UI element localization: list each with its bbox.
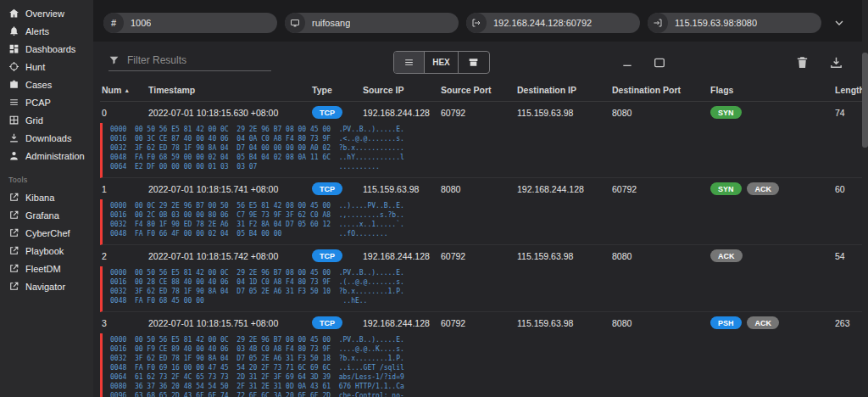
sidebar-tool-label: Playbook xyxy=(25,246,64,256)
open-in-new-icon xyxy=(8,263,19,274)
chip-source-endpoint-value: 192.168.244.128:60792 xyxy=(493,18,592,28)
packet-flags-cell: SYN ACK xyxy=(710,182,835,195)
query-chips-row: # 1006 ruifosang 192.168.244.128:60792 1… xyxy=(93,0,868,42)
packet-destination-ip: 115.159.63.98 xyxy=(517,251,612,261)
sidebar-tool-grafana[interactable]: Grafana xyxy=(0,206,93,224)
flag-badge: ACK xyxy=(710,249,743,262)
download-icon xyxy=(8,132,19,143)
col-flags[interactable]: Flags xyxy=(710,85,835,95)
packet-timestamp: 2022-07-01 10:18:15.742 +08:00 xyxy=(148,251,312,261)
briefcase-icon xyxy=(8,79,19,90)
packet-source-ip: 192.168.244.128 xyxy=(363,108,441,118)
archive-box-icon xyxy=(468,57,479,68)
col-destination-port[interactable]: Destination Port xyxy=(612,85,710,95)
sidebar-item-label: Grid xyxy=(25,115,43,126)
sidebar-tool-cyberchef[interactable]: CyberChef xyxy=(0,224,93,242)
packet-num: 1 xyxy=(102,184,148,194)
sidebar-item-overview[interactable]: Overview xyxy=(0,4,93,22)
list-view-button[interactable] xyxy=(394,52,425,73)
flag-badge: ACK xyxy=(747,316,779,329)
sidebar-tool-label: Kibana xyxy=(25,193,54,203)
packet-num: 2 xyxy=(102,251,148,261)
packet-type-cell: TCP xyxy=(312,249,363,262)
delete-capture-button[interactable] xyxy=(792,53,812,73)
packet-source-ip: 115.159.63.98 xyxy=(363,184,441,194)
export-arrow-icon xyxy=(466,13,487,33)
hex-dump: 0000 00 0C 29 2E 96 B7 00 50 56 E5 81 42… xyxy=(100,199,865,245)
sidebar-item-alerts[interactable]: Alerts xyxy=(0,22,93,40)
sidebar-item-cases[interactable]: Cases xyxy=(0,75,93,93)
packet-destination-ip: 115.159.63.98 xyxy=(517,318,612,328)
packet-length: 263 xyxy=(835,318,865,328)
packet-type-cell: TCP xyxy=(312,106,363,119)
sidebar-item-dashboards[interactable]: Dashboards xyxy=(0,40,93,58)
hex-dump: 0000 00 50 56 E5 81 42 00 0C 29 2E 96 B7… xyxy=(100,333,865,397)
packet-length: 74 xyxy=(835,108,865,118)
download-pcap-button[interactable] xyxy=(826,53,846,73)
packet-row[interactable]: 2 2022-07-01 10:18:15.742 +08:00 TCP 192… xyxy=(100,245,865,266)
col-length[interactable]: Length xyxy=(835,85,865,95)
packet-row[interactable]: 3 2022-07-01 10:18:15.751 +08:00 TCP 192… xyxy=(100,312,865,333)
packet-timestamp: 2022-07-01 10:18:15.630 +08:00 xyxy=(148,108,312,118)
packet-archive-button[interactable] xyxy=(459,52,489,73)
sidebar-item-hunt[interactable]: Hunt xyxy=(0,58,93,75)
sidebar-tool-navigator[interactable]: Navigator xyxy=(0,277,93,295)
vertical-scrollbar[interactable] xyxy=(862,0,868,397)
sidebar-item-administration[interactable]: Administration xyxy=(0,147,93,165)
sidebar-tool-label: Grafana xyxy=(25,210,59,221)
type-badge: TCP xyxy=(312,182,342,195)
packet-source-port: 60792 xyxy=(441,251,517,261)
chip-source-endpoint[interactable]: 192.168.244.128:60792 xyxy=(466,13,640,33)
sidebar-item-label: Administration xyxy=(25,151,85,161)
sensor-icon xyxy=(285,13,305,33)
chip-flow-id[interactable]: # 1006 xyxy=(103,13,277,33)
chip-flow-id-value: 1006 xyxy=(131,18,151,28)
packet-table: Num ▲ Timestamp Type Source IP Source Po… xyxy=(93,77,868,397)
col-source-ip[interactable]: Source IP xyxy=(363,85,441,95)
scrollbar-thumb[interactable] xyxy=(862,53,868,148)
crosshair-icon xyxy=(8,61,19,72)
sidebar-item-label: Alerts xyxy=(25,26,49,36)
chip-sensor[interactable]: ruifosang xyxy=(285,13,459,33)
sidebar-tool-fleetdm[interactable]: FleetDM xyxy=(0,260,93,277)
list-view-icon xyxy=(403,57,415,68)
type-badge: TCP xyxy=(312,249,342,262)
sidebar-tool-playbook[interactable]: Playbook xyxy=(0,242,93,260)
sidebar-item-label: Dashboards xyxy=(25,44,75,54)
packet-source-ip: 192.168.244.128 xyxy=(363,251,441,261)
filter-results-field xyxy=(108,54,271,71)
window-controls xyxy=(617,53,670,73)
col-type[interactable]: Type xyxy=(312,85,363,95)
sidebar-tool-label: Navigator xyxy=(25,282,65,292)
toolbar-right-actions xyxy=(792,53,846,73)
chip-destination-endpoint[interactable]: 115.159.63.98:8080 xyxy=(648,13,821,33)
packet-destination-port: 60792 xyxy=(612,184,710,194)
packet-source-ip: 192.168.244.128 xyxy=(363,318,441,328)
sidebar-item-grid[interactable]: Grid xyxy=(0,111,93,129)
packet-timestamp: 2022-07-01 10:18:15.741 +08:00 xyxy=(148,184,312,194)
chip-destination-endpoint-value: 115.159.63.98:8080 xyxy=(675,18,757,28)
sidebar-item-label: PCAP xyxy=(25,98,51,108)
minimize-icon xyxy=(620,56,634,70)
col-source-port[interactable]: Source Port xyxy=(441,85,517,95)
hex-view-button[interactable]: HEX xyxy=(425,52,459,73)
maximize-button[interactable] xyxy=(649,53,670,73)
flag-badge: SYN xyxy=(710,106,742,119)
minimize-button[interactable] xyxy=(617,53,637,73)
col-num[interactable]: Num ▲ xyxy=(102,85,148,95)
sidebar-item-pcap[interactable]: PCAP xyxy=(0,93,93,111)
collapse-chevron-button[interactable] xyxy=(829,13,849,33)
hex-dump-text: 0000 00 50 56 E5 81 42 00 0C 29 2E 96 B7… xyxy=(110,125,865,171)
col-destination-ip[interactable]: Destination IP xyxy=(517,85,612,95)
sidebar-item-downloads[interactable]: Downloads xyxy=(0,129,93,147)
packet-row[interactable]: 1 2022-07-01 10:18:15.741 +08:00 TCP 115… xyxy=(100,178,865,199)
pcap-panel: HEX xyxy=(93,42,868,397)
packet-row[interactable]: 0 2022-07-01 10:18:15.630 +08:00 TCP 192… xyxy=(100,102,865,123)
open-in-new-icon xyxy=(8,227,19,238)
filter-results-input[interactable] xyxy=(127,54,271,66)
col-timestamp[interactable]: Timestamp xyxy=(148,85,312,95)
hash-icon: # xyxy=(103,13,124,33)
sidebar-tool-kibana[interactable]: Kibana xyxy=(0,188,93,206)
chip-sensor-value: ruifosang xyxy=(312,18,350,28)
packet-type-cell: TCP xyxy=(312,182,363,195)
